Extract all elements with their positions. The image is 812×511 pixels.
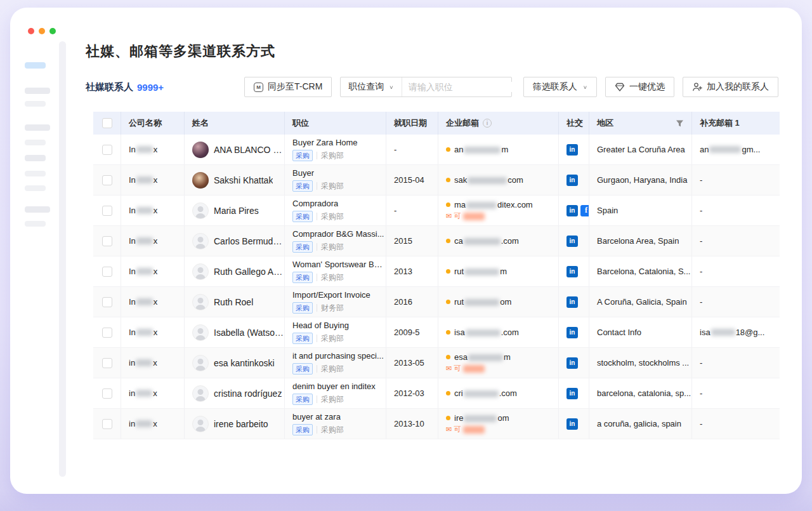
email-status-dot bbox=[446, 147, 450, 152]
redacted-text bbox=[464, 299, 499, 306]
table-row[interactable]: inx irene barbeito buyer at zara 采购 采购部 … bbox=[93, 409, 780, 439]
linkedin-icon[interactable]: in bbox=[566, 388, 578, 399]
email-cell: esam ✉ 可 bbox=[438, 348, 559, 378]
facebook-icon[interactable]: f bbox=[580, 205, 589, 216]
extra-email: isa18@g... bbox=[692, 317, 780, 347]
divider bbox=[317, 426, 317, 434]
company-name: inx bbox=[121, 378, 185, 408]
row-checkbox[interactable] bbox=[102, 419, 112, 429]
maximize-window-icon[interactable] bbox=[49, 28, 56, 34]
select-all-checkbox[interactable] bbox=[102, 118, 112, 128]
verified-badge: ✉ 可 bbox=[446, 364, 485, 373]
company-name: Inx bbox=[121, 317, 185, 347]
header-region: 地区 bbox=[597, 117, 613, 129]
table-row[interactable]: Inx Ruth Gallego Agulló Woman' Sportswea… bbox=[93, 256, 780, 287]
row-checkbox[interactable] bbox=[102, 388, 112, 399]
row-checkbox[interactable] bbox=[102, 145, 112, 155]
contact-name: Sakshi Khattak bbox=[214, 175, 273, 185]
row-checkbox[interactable] bbox=[102, 297, 112, 307]
minimize-window-icon[interactable] bbox=[39, 28, 45, 34]
department: 采购部 bbox=[321, 364, 344, 375]
hire-date: - bbox=[386, 135, 438, 164]
contact-name: cristina rodríguez bbox=[214, 388, 282, 399]
filter-funnel-icon[interactable] bbox=[676, 119, 684, 128]
tag-badge: 采购 bbox=[292, 363, 313, 375]
linkedin-icon[interactable]: in bbox=[566, 266, 578, 277]
row-checkbox[interactable] bbox=[102, 328, 112, 338]
optimize-button[interactable]: 一键优选 bbox=[605, 77, 674, 97]
department: 采购部 bbox=[321, 242, 344, 253]
row-checkbox[interactable] bbox=[102, 236, 112, 246]
header-company: 公司名称 bbox=[121, 112, 185, 135]
linkedin-icon[interactable]: in bbox=[566, 144, 578, 156]
position-title: Import/Export Invoice bbox=[292, 290, 370, 300]
social-icons: in bbox=[559, 165, 589, 195]
table-row[interactable]: inx esa kantinkoski it and purchasing sp… bbox=[93, 348, 780, 378]
table-row[interactable]: Inx ANA BLANCO REY Buyer Zara Home 采购 采购… bbox=[93, 135, 780, 165]
table-row[interactable]: Inx Sakshi Khattak Buyer 采购 采购部 2015-04 … bbox=[93, 165, 780, 196]
sidebar-item bbox=[25, 124, 50, 131]
divider bbox=[317, 335, 317, 342]
contact-name: Carlos Bermudo Cr... bbox=[214, 236, 284, 246]
extra-email: - bbox=[692, 226, 780, 256]
linkedin-icon[interactable]: in bbox=[566, 327, 578, 338]
avatar bbox=[192, 294, 209, 310]
table-row[interactable]: Inx Maria Pires Compradora 采购 采购部 - madi… bbox=[93, 196, 780, 226]
tag-badge: 采购 bbox=[292, 333, 313, 344]
filter-contacts-button[interactable]: 筛选联系人 ∨ bbox=[523, 77, 597, 97]
linkedin-icon[interactable]: in bbox=[566, 175, 578, 186]
linkedin-icon[interactable]: in bbox=[566, 418, 578, 430]
redacted-text bbox=[136, 268, 153, 275]
department: 财务部 bbox=[321, 303, 344, 314]
tag-badge: 采购 bbox=[292, 150, 313, 161]
region: stockholm, stockholms ... bbox=[589, 348, 692, 378]
row-checkbox[interactable] bbox=[102, 206, 112, 216]
email-status-dot bbox=[446, 239, 450, 243]
table-row[interactable]: inx cristina rodríguez denim buyer en in… bbox=[93, 378, 780, 409]
redacted-text bbox=[136, 420, 152, 427]
extra-email: - bbox=[692, 256, 780, 286]
position-title: Comprador B&G Massi... bbox=[292, 229, 384, 239]
row-checkbox[interactable] bbox=[102, 267, 112, 277]
row-checkbox[interactable] bbox=[102, 358, 112, 368]
email-cell: sakcom ✉ bbox=[438, 165, 559, 195]
list-label: 社媒联系人 bbox=[86, 81, 133, 93]
tag-badge: 采购 bbox=[292, 211, 313, 222]
redacted-text bbox=[709, 146, 741, 153]
header-date: 就职日期 bbox=[386, 112, 438, 135]
extra-email: - bbox=[692, 165, 780, 195]
divider bbox=[317, 395, 317, 403]
department: 采购部 bbox=[321, 394, 344, 405]
redacted-text bbox=[464, 269, 499, 275]
linkedin-icon[interactable]: in bbox=[566, 357, 578, 369]
region: Barcelona Area, Spain bbox=[589, 226, 692, 256]
header-extra-email: 补充邮箱 1 bbox=[692, 112, 780, 135]
row-checkbox[interactable] bbox=[102, 175, 112, 185]
position-query-dropdown[interactable]: 职位查询 ∨ bbox=[341, 77, 402, 96]
sync-crm-button[interactable]: M 同步至T-CRM bbox=[244, 77, 332, 97]
sidebar-item bbox=[25, 206, 50, 213]
redacted-text bbox=[463, 365, 485, 373]
hire-date: - bbox=[386, 196, 438, 225]
envelope-icon: ✉ bbox=[446, 212, 452, 220]
email-cell: ireom ✉ 可 bbox=[438, 409, 559, 439]
hire-date: 2015-04 bbox=[386, 165, 438, 195]
linkedin-icon[interactable]: in bbox=[566, 205, 578, 216]
table-body: Inx ANA BLANCO REY Buyer Zara Home 采购 采购… bbox=[93, 135, 780, 439]
email-status-dot bbox=[446, 355, 450, 359]
position-title: Woman' Sportswear Bu... bbox=[292, 260, 385, 269]
divider bbox=[317, 274, 317, 281]
close-window-icon[interactable] bbox=[28, 28, 34, 34]
table-row[interactable]: Inx Isabella (Watson) L... Head of Buyin… bbox=[93, 317, 780, 348]
info-icon[interactable]: i bbox=[483, 119, 492, 128]
add-to-contacts-button[interactable]: 加入我的联系人 bbox=[683, 77, 778, 97]
avatar bbox=[192, 233, 209, 249]
table-row[interactable]: Inx Carlos Bermudo Cr... Comprador B&G M… bbox=[93, 226, 780, 256]
linkedin-icon[interactable]: in bbox=[566, 296, 578, 308]
social-icons: in bbox=[559, 348, 589, 378]
region: Gurgaon, Haryana, India bbox=[589, 165, 692, 195]
table-row[interactable]: Inx Ruth Roel Import/Export Invoice 采购 财… bbox=[93, 287, 780, 317]
position-search-input[interactable] bbox=[409, 82, 523, 92]
region: a coruña, galicia, spain bbox=[589, 409, 692, 439]
linkedin-icon[interactable]: in bbox=[566, 236, 578, 247]
